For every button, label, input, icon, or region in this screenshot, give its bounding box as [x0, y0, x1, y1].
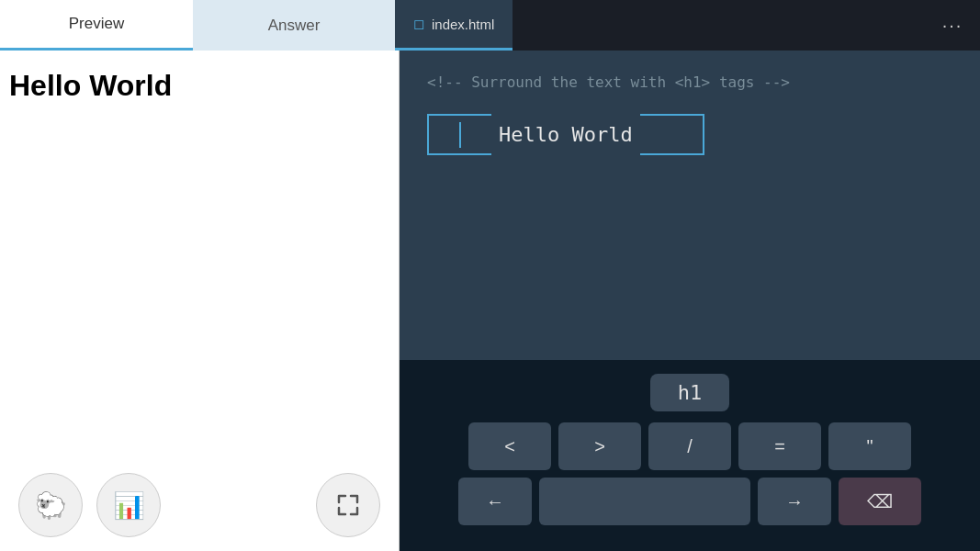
tab-answer-label: Answer	[268, 17, 321, 35]
comment-line: <!-- Surround the text with <h1> tags --…	[427, 73, 952, 91]
keyboard-area: h1 < > / = "	[400, 360, 980, 551]
tab-file[interactable]: ◻ index.html	[395, 0, 513, 51]
main-content: Hello World 🐑 📊 <!-- Surround the text w…	[0, 51, 980, 551]
key-greater-than[interactable]: >	[558, 422, 641, 470]
right-panel: <!-- Surround the text with <h1> tags --…	[400, 51, 980, 551]
key-slash[interactable]: /	[648, 422, 731, 470]
file-icon: ◻	[413, 16, 424, 32]
chart-icon-button[interactable]: 📊	[96, 473, 161, 537]
key-quote[interactable]: "	[828, 422, 911, 470]
nav-keys-row: ← → ⌫	[418, 478, 962, 525]
key-backspace[interactable]: ⌫	[839, 478, 921, 525]
h1-suggestion-key[interactable]: h1	[650, 374, 730, 411]
tab-spacer	[513, 0, 925, 51]
top-bar: Preview Answer ◻ index.html ···	[0, 0, 980, 51]
symbol-keys-row: < > / = "	[418, 422, 962, 470]
tab-answer[interactable]: Answer	[193, 0, 395, 51]
expand-button[interactable]	[316, 473, 380, 537]
tab-file-label: index.html	[432, 17, 494, 32]
expand-icon	[334, 491, 362, 519]
tab-preview-label: Preview	[69, 15, 124, 33]
cursor	[459, 122, 461, 148]
left-panel: Hello World 🐑 📊	[0, 51, 400, 551]
tab-preview[interactable]: Preview	[0, 0, 193, 51]
code-hello-world: Hello World	[491, 123, 640, 146]
opening-tag-box[interactable]	[427, 114, 491, 155]
key-equals[interactable]: =	[738, 422, 821, 470]
more-button[interactable]: ···	[925, 0, 980, 51]
bottom-icons-bar: 🐑 📊	[0, 459, 399, 551]
suggestion-row: h1	[418, 374, 962, 411]
closing-tag-box[interactable]	[640, 114, 704, 155]
preview-hello-world: Hello World	[0, 51, 399, 121]
key-less-than[interactable]: <	[468, 422, 551, 470]
sheep-icon-button[interactable]: 🐑	[18, 473, 83, 537]
key-left-arrow[interactable]: ←	[458, 478, 532, 525]
key-space[interactable]	[539, 478, 750, 525]
code-line: Hello World	[427, 114, 952, 155]
editor-area: <!-- Surround the text with <h1> tags --…	[400, 51, 980, 360]
key-right-arrow[interactable]: →	[758, 478, 831, 525]
